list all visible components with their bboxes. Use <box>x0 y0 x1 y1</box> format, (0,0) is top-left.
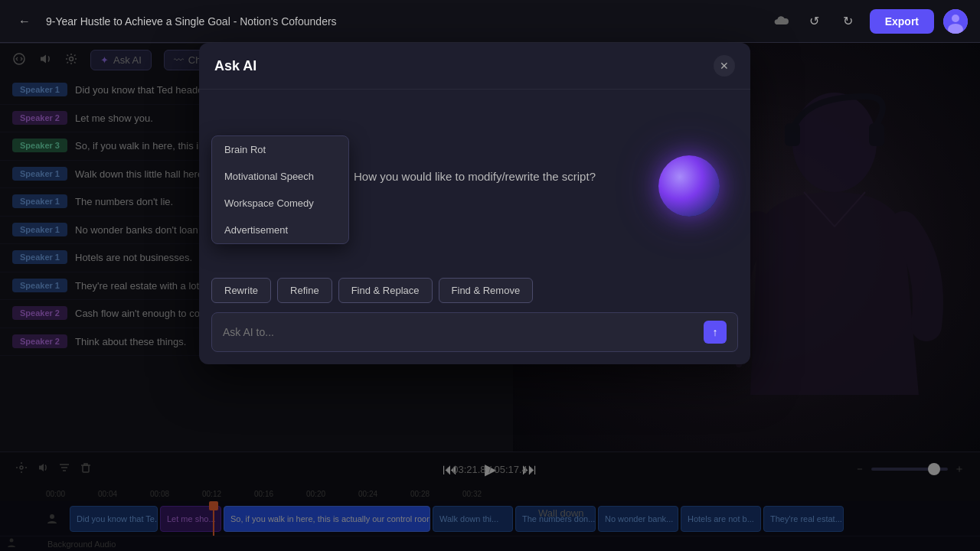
back-button[interactable]: ← <box>12 9 37 34</box>
svg-point-2 <box>952 15 959 22</box>
send-button[interactable]: ↑ <box>704 321 727 344</box>
top-bar: ← 9-Year Hustle to Achieve a Single Goal… <box>0 0 980 43</box>
cloud-icon <box>773 14 789 29</box>
ask-ai-modal: Ask AI ✕ Brain Rot Motivational Speech W… <box>199 43 750 364</box>
avatar <box>943 9 968 34</box>
modal-title: Ask AI <box>214 58 256 74</box>
ask-ai-input[interactable] <box>223 326 704 338</box>
send-icon: ↑ <box>713 326 718 338</box>
ai-orb <box>658 155 720 217</box>
modal-body: Brain Rot Motivational Speech Workspace … <box>199 90 750 278</box>
top-bar-icons: ↺ ↻ Export <box>769 9 968 34</box>
modal-header: Ask AI ✕ <box>199 43 750 90</box>
modal-input-area: ↑ <box>211 312 738 352</box>
redo-icon: ↻ <box>843 14 853 28</box>
undo-button[interactable]: ↺ <box>802 9 827 34</box>
refine-button[interactable]: Refine <box>277 278 332 303</box>
rewrite-button[interactable]: Rewrite <box>211 278 271 303</box>
style-dropdown: Brain Rot Motivational Speech Workspace … <box>211 135 349 244</box>
export-button[interactable]: Export <box>870 9 934 34</box>
undo-icon: ↺ <box>809 14 819 28</box>
modal-close-button[interactable]: ✕ <box>714 55 735 77</box>
dropdown-item-motivational[interactable]: Motivational Speech <box>212 163 348 190</box>
dropdown-item-advertisement[interactable]: Advertisement <box>212 217 348 243</box>
page-title: 9-Year Hustle to Achieve a Single Goal -… <box>46 15 760 28</box>
modal-question-text: How you would like to modify/rewrite the… <box>354 170 596 183</box>
cloud-button[interactable] <box>769 9 793 34</box>
back-icon: ← <box>18 15 31 28</box>
action-buttons-row: Rewrite Refine Find & Replace Find & Rem… <box>199 278 750 312</box>
dropdown-item-comedy[interactable]: Workspace Comedy <box>212 190 348 217</box>
redo-button[interactable]: ↻ <box>836 9 861 34</box>
close-icon: ✕ <box>720 60 729 72</box>
find-remove-button[interactable]: Find & Remove <box>439 278 534 303</box>
find-replace-button[interactable]: Find & Replace <box>338 278 433 303</box>
dropdown-item-brain-rot[interactable]: Brain Rot <box>212 136 348 163</box>
